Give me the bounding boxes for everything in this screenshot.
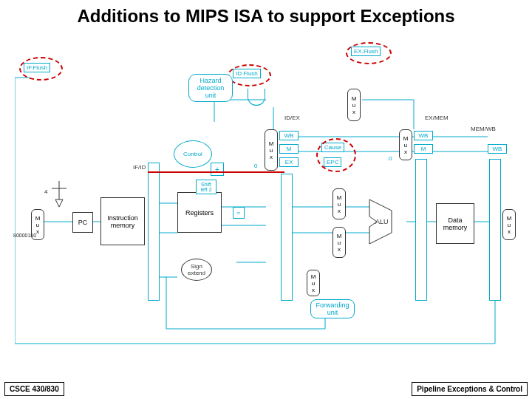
idex-control-mux: M u x <box>265 129 278 171</box>
control-unit: Control <box>174 140 212 168</box>
alu-src-a-mux: M u x <box>332 188 346 219</box>
mips-pipeline-diagram: IF.Flush EX.Flush ID.Flush Hazard detect… <box>15 33 517 358</box>
svg-line-31 <box>59 200 63 207</box>
idex-wb-signal: WB <box>279 131 299 140</box>
id-flush-highlight <box>228 64 271 86</box>
exmem-m-signal: M <box>414 144 433 154</box>
course-code: CSCE 430/830 <box>4 382 64 396</box>
forwarding-unit: Forwarding unit <box>310 299 355 318</box>
equality-comparator: = <box>233 207 245 219</box>
ex-mem-register <box>415 159 427 301</box>
writeback-mux: M u x <box>502 209 516 240</box>
cause-epc-highlight <box>316 138 356 172</box>
alu-src-b-mux: M u x <box>332 227 346 258</box>
if-id-register <box>148 163 160 301</box>
topic-label: Pipeline Exceptions & Control <box>412 382 528 396</box>
or-gate-icon <box>248 89 265 106</box>
alu-label: ALU <box>375 218 389 225</box>
exception-path-highlight <box>148 171 284 173</box>
page-title: Additions to MIPS ISA to support Excepti… <box>0 0 532 28</box>
ex-flush-highlight <box>346 42 392 64</box>
program-counter: PC <box>72 212 93 233</box>
reg-dst-mux: M u x <box>307 270 320 296</box>
zero-label-1: 0 <box>254 163 257 169</box>
exmem-control-mux: M u x <box>399 129 412 160</box>
sign-extend: Sign extend <box>181 259 212 281</box>
branch-adder: + <box>211 163 224 176</box>
idex-m-signal: M <box>279 144 299 154</box>
hazard-detection-unit: Hazard detection unit <box>188 74 233 102</box>
zero-label-2: 0 <box>389 155 392 162</box>
memwb-wb-signal: WB <box>488 144 507 154</box>
svg-line-30 <box>55 200 59 207</box>
register-file: Registers <box>177 192 222 233</box>
if-id-label: IF/ID <box>133 164 146 171</box>
exception-addr-const: 80000180 <box>13 233 36 238</box>
mem-wb-label: MEM/WB <box>471 126 496 132</box>
id-ex-label: ID/EX <box>284 115 300 121</box>
shift-left-2: Shift left 2 <box>196 180 216 194</box>
plus-4-label: 4 <box>44 188 47 195</box>
mem-wb-register <box>489 159 501 301</box>
ex-mem-label: EX/MEM <box>425 115 449 121</box>
id-ex-register <box>281 174 293 301</box>
exmem-top-mux: M u x <box>347 89 361 121</box>
data-memory: Data memory <box>436 203 474 244</box>
idex-ex-signal: EX <box>279 157 299 167</box>
if-flush-highlight <box>19 57 63 81</box>
slide-footer: CSCE 430/830 Pipeline Exceptions & Contr… <box>0 382 532 396</box>
exmem-wb-signal: WB <box>414 131 433 140</box>
instruction-memory: Instruction memory <box>100 197 145 245</box>
